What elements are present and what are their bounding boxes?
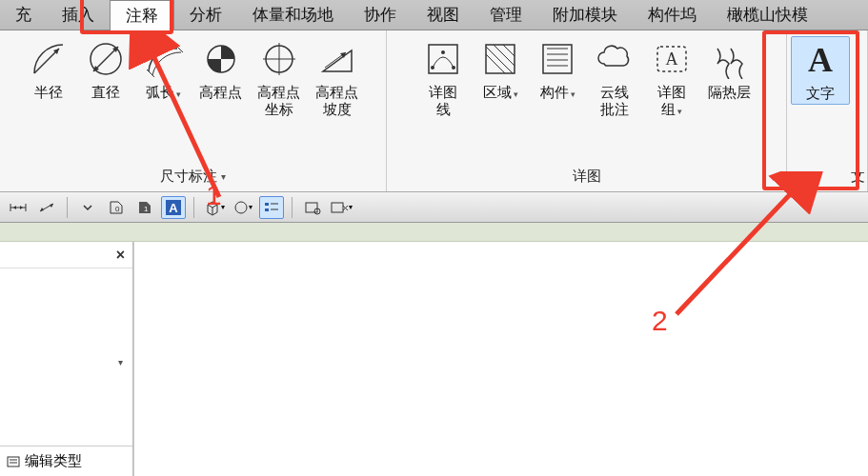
menu-item-insert[interactable]: 插入 (47, 0, 110, 30)
svg-line-47 (208, 205, 212, 208)
menu-label: 附加模块 (553, 4, 617, 26)
svg-line-23 (503, 45, 515, 56)
menu-label: 构件坞 (648, 4, 696, 26)
edit-type-row[interactable]: 编辑类型 (0, 446, 132, 476)
elev-coord-button[interactable]: 高程点 坐标 (250, 36, 308, 120)
elev-slope-button[interactable]: 高程点 坡度 (308, 36, 366, 120)
toolbar-separator (292, 197, 293, 218)
svg-line-20 (486, 54, 505, 73)
radius-button[interactable]: 半径 (20, 36, 77, 103)
tb-rect-cross[interactable]: ▾ (329, 196, 353, 219)
diameter-label: 直径 (91, 84, 120, 101)
ribbon-group-body: 半径 直径 弧长▾ 高程点 (0, 30, 386, 164)
detail-line-icon (422, 38, 464, 80)
svg-point-16 (431, 66, 434, 69)
menu-item-manage[interactable]: 管理 (474, 0, 537, 30)
svg-point-17 (452, 66, 455, 69)
close-icon[interactable]: × (116, 247, 125, 264)
tb-circle[interactable]: ▾ (231, 196, 255, 219)
detail-group-button[interactable]: A 详图 组▾ (643, 36, 700, 120)
region-icon (479, 38, 521, 80)
svg-rect-51 (265, 203, 269, 206)
side-panel: × ▾ 编辑类型 (0, 242, 133, 476)
menu-item-collab[interactable]: 协作 (349, 0, 412, 30)
menu-item-mass[interactable]: 体量和场地 (237, 0, 349, 30)
menu-item-analyze[interactable]: 分析 (174, 0, 237, 30)
svg-rect-52 (265, 208, 269, 211)
menu-label: 协作 (364, 4, 396, 26)
detail-line-button[interactable]: 详图 线 (414, 36, 472, 120)
svg-text:A: A (808, 41, 833, 79)
menu-item-gls[interactable]: 橄榄山快模 (712, 0, 823, 30)
side-panel-header: × (0, 242, 132, 268)
menu-item-view[interactable]: 视图 (412, 0, 474, 30)
menu-label: 管理 (490, 4, 522, 26)
toolbar-separator (67, 197, 68, 218)
menu-item-gjw[interactable]: 构件坞 (633, 0, 712, 30)
tb-chevron[interactable] (75, 196, 100, 219)
elev-coord-icon (258, 38, 300, 80)
text-button[interactable]: A 文字 (791, 36, 850, 105)
svg-text:1: 1 (144, 205, 149, 213)
region-button[interactable]: 区域▾ (472, 36, 529, 103)
menu-item-annotate[interactable]: 注释 (110, 0, 174, 30)
side-panel-body[interactable]: ▾ (0, 268, 132, 446)
elev-coord-label: 高程点 坐标 (257, 84, 300, 118)
diameter-button[interactable]: 直径 (77, 36, 134, 103)
component-button[interactable]: 构件▾ (529, 36, 586, 103)
svg-rect-60 (8, 457, 19, 466)
insulation-label: 隔热层 (708, 84, 751, 101)
ribbon-group-title-dim[interactable]: 尺寸标注▾ (0, 164, 386, 191)
diameter-icon (85, 38, 127, 80)
svg-line-22 (494, 45, 515, 66)
elev-slope-icon (316, 38, 358, 80)
edit-type-label: 编辑类型 (25, 452, 82, 470)
text-icon: A (799, 39, 841, 81)
tb-rect-q[interactable] (300, 196, 325, 219)
svg-line-48 (212, 205, 217, 208)
cloud-label: 云线 批注 (600, 84, 629, 118)
cloud-icon (594, 38, 636, 80)
ribbon-group-body: 详图 线 区域▾ 构件▾ 云线 批注 (387, 30, 786, 164)
component-icon (536, 38, 578, 80)
menu-label: 分析 (190, 4, 222, 26)
chevron-down-icon[interactable]: ▾ (118, 357, 123, 367)
tb-cube[interactable]: ▾ (202, 196, 227, 219)
region-label: 区域▾ (483, 84, 518, 101)
ribbon-group-dimension: 半径 直径 弧长▾ 高程点 (0, 30, 387, 191)
cloud-button[interactable]: 云线 批注 (586, 36, 643, 120)
svg-text:A: A (169, 201, 178, 215)
text-label: 文字 (806, 85, 835, 102)
insulation-icon (709, 38, 751, 80)
ribbon-group-text: A 文字 文 (787, 30, 868, 191)
elev-slope-label: 高程点 坡度 (315, 84, 358, 118)
insulation-button[interactable]: 隔热层 (700, 36, 758, 103)
svg-text:0: 0 (115, 205, 120, 213)
elev-button[interactable]: 高程点 (192, 36, 250, 103)
menu-label: 注释 (126, 5, 158, 27)
tb-list[interactable] (259, 196, 284, 219)
tb-tag-filled[interactable]: 1 (132, 196, 157, 219)
arc-icon (142, 38, 184, 80)
tb-dim-linear[interactable] (6, 196, 30, 219)
svg-text:A: A (666, 50, 678, 69)
elev-icon (200, 38, 242, 80)
tb-text-a[interactable]: A (161, 196, 186, 219)
ribbon-group-detail: 详图 线 区域▾ 构件▾ 云线 批注 (387, 30, 787, 191)
tb-tag-outline[interactable]: 0 (104, 196, 129, 219)
menu-label: 体量和场地 (252, 4, 333, 26)
detail-line-label: 详图 线 (429, 84, 457, 118)
menu-item-0[interactable]: 充 (0, 0, 47, 30)
tb-dim-align[interactable] (34, 196, 59, 219)
svg-rect-57 (332, 203, 343, 212)
radius-label: 半径 (34, 84, 63, 101)
arc-label: 弧长▾ (146, 84, 181, 101)
drawing-canvas[interactable] (133, 242, 868, 476)
ribbon: 半径 直径 弧长▾ 高程点 (0, 30, 868, 192)
arc-length-button[interactable]: 弧长▾ (134, 36, 192, 103)
svg-point-50 (235, 202, 247, 213)
lower-area: × ▾ 编辑类型 (0, 242, 868, 476)
secondary-toolbar: 0 1 A ▾ ▾ ▾ (0, 192, 868, 223)
menu-item-addins[interactable]: 附加模块 (537, 0, 633, 30)
svg-marker-36 (20, 206, 23, 209)
